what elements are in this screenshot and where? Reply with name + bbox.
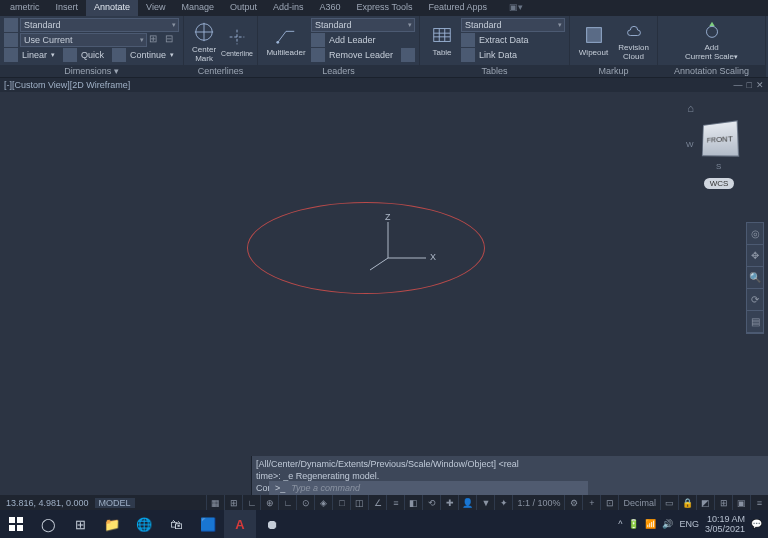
tab-overflow-icon[interactable]: ▣▾	[501, 0, 531, 16]
autocad-taskbar-icon[interactable]: A	[224, 510, 256, 538]
linear-icon	[4, 48, 18, 62]
viewcube[interactable]: FRONT W S WCS	[700, 122, 738, 189]
viewcube-face[interactable]: FRONT	[702, 120, 739, 156]
obs-icon[interactable]: ⏺	[256, 510, 288, 538]
command-input[interactable]: >_ Type a command	[269, 481, 588, 495]
grid-toggle[interactable]: ▦	[206, 495, 224, 510]
dim-style-dropdown[interactable]: Standard	[20, 18, 179, 32]
tab-insert[interactable]: Insert	[48, 0, 87, 16]
cycling-toggle[interactable]: ⟲	[422, 495, 440, 510]
table-style-dropdown[interactable]: Standard	[461, 18, 565, 32]
linear-button[interactable]: Linear	[22, 50, 47, 60]
dim-small-1-icon[interactable]: ⊞	[149, 33, 163, 47]
tray-chevron-icon[interactable]: ^	[618, 519, 622, 529]
maximize-icon[interactable]: □	[747, 80, 752, 90]
tray-volume-icon[interactable]: 🔊	[662, 519, 673, 529]
center-mark-button[interactable]: CenterMark	[188, 20, 220, 64]
nav-wheel-icon[interactable]: ◎	[747, 223, 763, 245]
snap-toggle[interactable]: ⊞	[224, 495, 242, 510]
ortho-toggle[interactable]: ∟	[278, 495, 296, 510]
view-label[interactable]: [-][Custom View][2D Wireframe]	[4, 80, 130, 90]
lineweight-toggle[interactable]: ≡	[386, 495, 404, 510]
home-icon[interactable]: ⌂	[687, 102, 694, 114]
panel-title-markup: Markup	[570, 65, 657, 77]
plus-icon[interactable]: +	[582, 495, 600, 510]
store-icon[interactable]: 🛍	[160, 510, 192, 538]
person-icon[interactable]: 👤	[458, 495, 476, 510]
cortana-icon[interactable]: ◯	[32, 510, 64, 538]
gizmo-icon[interactable]: ✦	[494, 495, 512, 510]
nav-zoom-icon[interactable]: 🔍	[747, 267, 763, 289]
workspace-icon[interactable]: ⊡	[600, 495, 618, 510]
centerline-button[interactable]: Centerline	[221, 20, 253, 64]
tray-battery-icon[interactable]: 🔋	[628, 519, 639, 529]
dim-small-2-icon[interactable]: ⊟	[165, 33, 179, 47]
extract-data-button[interactable]: Extract Data	[479, 35, 529, 45]
tab-featured[interactable]: Featured Apps	[420, 0, 495, 16]
command-placeholder: Type a command	[291, 483, 360, 493]
table-button[interactable]: Table	[424, 18, 460, 62]
filter-icon[interactable]: ▼	[476, 495, 494, 510]
isodraft-toggle[interactable]: ◈	[314, 495, 332, 510]
osnap-toggle[interactable]: □	[332, 495, 350, 510]
wipeout-button[interactable]: Wipeout	[574, 18, 613, 62]
units-dropdown[interactable]: Decimal	[618, 495, 660, 510]
tray-wifi-icon[interactable]: 📶	[645, 519, 656, 529]
continue-button[interactable]: Continue	[130, 50, 166, 60]
revision-cloud-button[interactable]: RevisionCloud	[614, 18, 653, 62]
polar-toggle[interactable]: ⊙	[296, 495, 314, 510]
customize-icon[interactable]: ≡	[750, 495, 768, 510]
nav-orbit-icon[interactable]: ⟳	[747, 289, 763, 311]
tray-notifications-icon[interactable]: 💬	[751, 519, 762, 529]
close-icon[interactable]: ✕	[756, 80, 764, 90]
drawing-canvas[interactable]: X Z ⌂ FRONT W S WCS ◎ ✥ 🔍 ⟳ ▤	[0, 92, 768, 456]
tab-annotate[interactable]: Annotate	[86, 0, 138, 16]
start-button[interactable]	[0, 510, 32, 538]
gear-icon[interactable]: ⚙	[564, 495, 582, 510]
tray-lang[interactable]: ENG	[679, 519, 699, 529]
clean-icon[interactable]: ▣	[732, 495, 750, 510]
model-space-button[interactable]: MODEL	[95, 498, 135, 508]
nav-pan-icon[interactable]: ✥	[747, 245, 763, 267]
remove-leader-button[interactable]: Remove Leader	[329, 50, 393, 60]
panel-title-dimensions[interactable]: Dimensions ▾	[0, 65, 183, 77]
tab-parametric[interactable]: ametric	[2, 0, 48, 16]
tab-output[interactable]: Output	[222, 0, 265, 16]
annomonitor-toggle[interactable]: ✚	[440, 495, 458, 510]
wcs-badge[interactable]: WCS	[704, 178, 735, 189]
hw-icon[interactable]: ⊞	[714, 495, 732, 510]
lock-icon[interactable]: 🔒	[678, 495, 696, 510]
qp-icon[interactable]: ▭	[660, 495, 678, 510]
ellipse-shape[interactable]	[247, 202, 485, 294]
minimize-icon[interactable]: —	[734, 80, 743, 90]
tab-view[interactable]: View	[138, 0, 173, 16]
transparency-toggle[interactable]: ◧	[404, 495, 422, 510]
quick-button[interactable]: Quick	[81, 50, 104, 60]
align-leader-icon[interactable]	[401, 48, 415, 62]
tab-addins[interactable]: Add-ins	[265, 0, 312, 16]
dyninput-toggle[interactable]: ⊕	[260, 495, 278, 510]
coordinates-readout[interactable]: 13.816, 4.981, 0.000	[0, 498, 95, 508]
tray-clock[interactable]: 10:19 AM 3/05/2021	[705, 514, 745, 534]
taskview-icon[interactable]: ⊞	[64, 510, 96, 538]
dim-icon[interactable]	[4, 18, 18, 32]
iso-icon[interactable]: ◩	[696, 495, 714, 510]
app-icon-1[interactable]: 🟦	[192, 510, 224, 538]
nav-showmotion-icon[interactable]: ▤	[747, 311, 763, 333]
tab-a360[interactable]: A360	[312, 0, 349, 16]
explorer-icon[interactable]: 📁	[96, 510, 128, 538]
anno-scale[interactable]: 1:1 / 100%	[512, 495, 564, 510]
add-scale-button[interactable]: AddCurrent Scale▾	[683, 18, 741, 62]
tab-manage[interactable]: Manage	[173, 0, 222, 16]
otrack-toggle[interactable]: ∠	[368, 495, 386, 510]
layer-icon[interactable]	[4, 33, 18, 47]
leader-style-dropdown[interactable]: Standard	[311, 18, 415, 32]
tab-express[interactable]: Express Tools	[349, 0, 421, 16]
edge-icon[interactable]: 🌐	[128, 510, 160, 538]
3dosnap-toggle[interactable]: ◫	[350, 495, 368, 510]
link-data-button[interactable]: Link Data	[479, 50, 517, 60]
dim-layer-dropdown[interactable]: Use Current	[20, 33, 147, 47]
infer-toggle[interactable]: ∟	[242, 495, 260, 510]
multileader-button[interactable]: Multileader	[262, 18, 310, 62]
add-leader-button[interactable]: Add Leader	[329, 35, 376, 45]
